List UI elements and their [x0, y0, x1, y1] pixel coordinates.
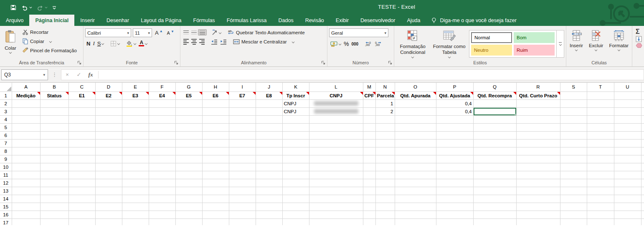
cell-M14[interactable]: [363, 195, 375, 203]
font-dialog-launcher-icon[interactable]: [174, 60, 179, 65]
cell-H13[interactable]: [202, 187, 229, 195]
cell-H4[interactable]: [202, 115, 229, 123]
cell-S5[interactable]: [560, 123, 587, 131]
cell-B7[interactable]: [40, 139, 68, 147]
tab-ajuda[interactable]: Ajuda: [401, 15, 426, 26]
cell-J16[interactable]: [256, 211, 282, 218]
tab-layout-da-pagina[interactable]: Layout da Página: [135, 15, 187, 26]
cell-U5[interactable]: [614, 123, 641, 131]
cell-N3[interactable]: 2: [375, 107, 395, 115]
fill-down-icon[interactable]: [636, 36, 642, 42]
cell-G6[interactable]: [175, 131, 202, 139]
cell-P17[interactable]: [436, 218, 473, 225]
cell-O2[interactable]: [395, 99, 436, 107]
cell-U16[interactable]: [614, 211, 641, 218]
cell-E1[interactable]: E3: [122, 91, 149, 99]
comma-style-button[interactable]: 000: [350, 41, 360, 47]
cell-M6[interactable]: [363, 131, 375, 139]
decrease-decimal-button[interactable]: ,000: [373, 40, 383, 48]
cell-D11[interactable]: [95, 171, 122, 179]
cell-B1[interactable]: Status: [40, 91, 68, 99]
cell-I2[interactable]: [229, 99, 256, 107]
cell-G5[interactable]: [175, 123, 202, 131]
cell-S2[interactable]: [560, 99, 587, 107]
cell-E3[interactable]: [122, 107, 149, 115]
cell-U6[interactable]: [614, 131, 641, 139]
cell-A14[interactable]: [12, 195, 40, 203]
cell-C13[interactable]: [68, 187, 95, 195]
copy-button[interactable]: Copiar: [21, 37, 78, 45]
wrap-text-button[interactable]: ab Quebrar Texto Automaticamente: [226, 28, 306, 36]
column-header-Q[interactable]: Q: [473, 83, 516, 91]
cell-H9[interactable]: [202, 155, 229, 163]
format-as-table-button[interactable]: Formatar como Tabela: [430, 28, 468, 59]
formula-input[interactable]: [100, 70, 644, 80]
cell-P15[interactable]: [436, 203, 473, 211]
cell-P4[interactable]: [436, 115, 473, 123]
cell-B17[interactable]: [40, 218, 68, 225]
cell-F10[interactable]: [149, 163, 175, 171]
percent-style-button[interactable]: %: [342, 40, 350, 48]
cell-B4[interactable]: [40, 115, 68, 123]
cell-R14[interactable]: [516, 195, 560, 203]
cell-L15[interactable]: [309, 203, 363, 211]
cell-U15[interactable]: [614, 203, 641, 211]
cell-O4[interactable]: [395, 115, 436, 123]
cell-S15[interactable]: [560, 203, 587, 211]
cell-N6[interactable]: [375, 131, 395, 139]
cell-G11[interactable]: [175, 171, 202, 179]
cell-O6[interactable]: [395, 131, 436, 139]
cell-D12[interactable]: [95, 179, 122, 187]
cell-B8[interactable]: [40, 147, 68, 155]
cell-U2[interactable]: [614, 99, 641, 107]
fill-handle[interactable]: [515, 114, 517, 116]
cell-P9[interactable]: [436, 155, 473, 163]
cell-B15[interactable]: [40, 203, 68, 211]
row-header-11[interactable]: 11: [0, 171, 12, 179]
align-left-button[interactable]: [182, 38, 190, 46]
column-header-H[interactable]: H: [202, 83, 229, 91]
cell-K1[interactable]: Tp Inscr: [282, 91, 309, 99]
cell-D9[interactable]: [95, 155, 122, 163]
cell-S8[interactable]: [560, 147, 587, 155]
cell-D17[interactable]: [95, 218, 122, 225]
cell-N17[interactable]: [375, 218, 395, 225]
cell-H10[interactable]: [202, 163, 229, 171]
cell-N14[interactable]: [375, 195, 395, 203]
cell-E11[interactable]: [122, 171, 149, 179]
cell-N5[interactable]: [375, 123, 395, 131]
cell-I12[interactable]: [229, 179, 256, 187]
cell-E5[interactable]: [122, 123, 149, 131]
cell-U12[interactable]: [614, 179, 641, 187]
cell-Q17[interactable]: [473, 218, 516, 225]
select-all-corner[interactable]: [0, 83, 12, 91]
cell-H5[interactable]: [202, 123, 229, 131]
cell-F5[interactable]: [149, 123, 175, 131]
cell-I6[interactable]: [229, 131, 256, 139]
cell-D6[interactable]: [95, 131, 122, 139]
tab-exibir[interactable]: Exibir: [330, 15, 355, 26]
cell-G8[interactable]: [175, 147, 202, 155]
cell-A15[interactable]: [12, 203, 40, 211]
cell-H11[interactable]: [202, 171, 229, 179]
cell-C2[interactable]: [68, 99, 95, 107]
row-header-9[interactable]: 9: [0, 155, 12, 163]
cell-F6[interactable]: [149, 131, 175, 139]
increase-decimal-button[interactable]: ,000: [363, 40, 373, 48]
row-header-7[interactable]: 7: [0, 139, 12, 147]
cell-O5[interactable]: [395, 123, 436, 131]
cell-A5[interactable]: [12, 123, 40, 131]
cell-E13[interactable]: [122, 187, 149, 195]
cell-T3[interactable]: [587, 107, 614, 115]
cell-H6[interactable]: [202, 131, 229, 139]
cell-I17[interactable]: [229, 218, 256, 225]
cell-N11[interactable]: [375, 171, 395, 179]
cell-I4[interactable]: [229, 115, 256, 123]
cell-I14[interactable]: [229, 195, 256, 203]
paste-button[interactable]: Colar: [2, 28, 19, 60]
autosum-button[interactable]: Σ: [636, 28, 640, 35]
cell-M17[interactable]: [363, 218, 375, 225]
cell-H2[interactable]: [202, 99, 229, 107]
cell-A7[interactable]: [12, 139, 40, 147]
column-header-C[interactable]: C: [68, 83, 95, 91]
